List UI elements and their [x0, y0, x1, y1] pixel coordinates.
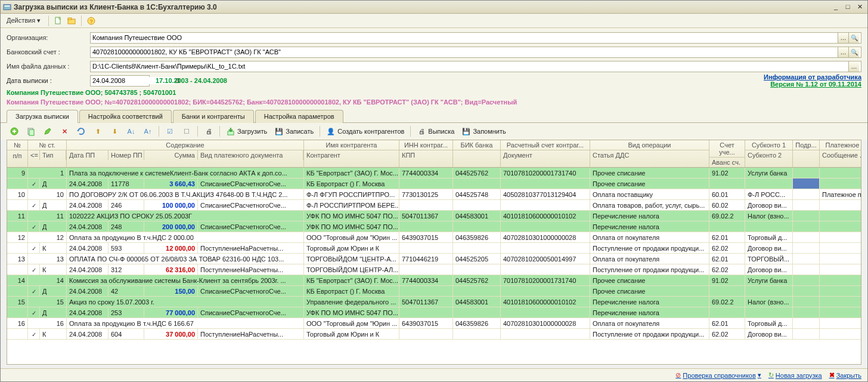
dev-info-link[interactable]: Информация от разработчика: [764, 73, 861, 81]
up-button[interactable]: ⬆: [90, 125, 106, 138]
uncheck-all-button[interactable]: ☐: [179, 125, 194, 138]
org-label: Организация:: [7, 34, 90, 41]
close-button[interactable]: ✕: [854, 3, 865, 11]
menubar: Действия ▾ ?: [1, 14, 867, 28]
grid-toolbar: ✕ ⬆ ⬇ A↓ A↑ ☑ ☐ 🖨 Загрузить 💾Записать 👤С…: [1, 123, 867, 140]
new-icon[interactable]: [53, 16, 64, 26]
edit-button[interactable]: [40, 125, 55, 138]
table-row[interactable]: К24.04.200859312 000,00ПоступлениеНаРасч…: [7, 243, 861, 254]
app-icon: [3, 3, 11, 11]
date-range: 17.10.2003 - 24.04.2008: [156, 77, 227, 84]
sort-desc-button[interactable]: A↑: [140, 125, 156, 138]
table-row[interactable]: К24.04.200831262 316,00ПоступлениеНаРасч…: [7, 264, 861, 275]
grid-header: №п/п № ст.<=Тип Содержание Дата ПП Номер…: [7, 140, 861, 168]
table-row[interactable]: 11111020222 АКЦИЗ ПО СРОКУ 25.05.2003ГУФ…: [7, 211, 861, 221]
copy-button[interactable]: [23, 125, 39, 138]
account-field[interactable]: …🔍: [90, 47, 861, 58]
new-load-button[interactable]: ↻Новая загрузка: [768, 371, 822, 379]
ellipsis-icon[interactable]: …: [838, 33, 848, 43]
table-row[interactable]: 1616Оплата за продукцию В т.ч.НДС 6 166.…: [7, 318, 861, 329]
account-info-line: Компания Путешествие ООО; №=407028100000…: [1, 97, 867, 109]
table-row[interactable]: 1313ОПЛАТА ПО СЧ-Ф 000065 ОТ 26/08/03 ЗА…: [7, 254, 861, 264]
tab-banks[interactable]: Банки и контрагенты: [173, 110, 254, 123]
tabs: Загрузка выписки Настройка соответствий …: [1, 109, 867, 123]
check-dict-button[interactable]: ⊘Проверка справочников ▾: [675, 371, 761, 379]
version-link[interactable]: Версия № 1.12 от 09.11.2014: [770, 81, 861, 88]
create-contragent-button[interactable]: 👤Создать контрагентов: [323, 125, 407, 138]
table-row[interactable]: 1010ПО ДОГОВОРУ 2/К ОТ 06.06.2003 В Т.Ч.…: [7, 189, 861, 200]
table-row[interactable]: 1414Комиссия за обслуживание системы Бан…: [7, 275, 861, 286]
table-row[interactable]: Д24.04.200825377 000,00СписаниеСРасчетно…: [7, 307, 861, 318]
account-label: Банковский счет :: [7, 48, 90, 56]
down-button[interactable]: ⬇: [107, 125, 122, 138]
check-all-button[interactable]: ☑: [162, 125, 178, 138]
table-row[interactable]: Д24.04.2008246100 000,00СписаниеСРасчетн…: [7, 200, 861, 211]
dev-links: Информация от разработчика Версия № 1.12…: [764, 73, 861, 88]
grid: №п/п № ст.<=Тип Содержание Дата ПП Номер…: [7, 140, 861, 365]
svg-text:?: ?: [90, 19, 93, 24]
svg-rect-4: [68, 18, 72, 20]
close-form-button[interactable]: ✖Закрыть: [829, 371, 861, 379]
table-row[interactable]: 1212Оплата за продукцию В т.ч.НДС 2 000.…: [7, 232, 861, 243]
statusbar: ⊘Проверка справочников ▾ ↻Новая загрузка…: [1, 368, 867, 381]
form-area: Организация: …🔍 Банковский счет : …🔍 Имя…: [1, 28, 867, 88]
minimize-button[interactable]: _: [830, 3, 841, 11]
tab-params[interactable]: Настройка параметров: [255, 110, 343, 123]
tab-load[interactable]: Загрузка выписки: [7, 110, 78, 123]
table-row[interactable]: К24.04.200860437 000,00ПоступлениеНаРасч…: [7, 329, 861, 340]
svg-rect-0: [4, 4, 11, 10]
window-title: Загрузка выписки из Клиент-Банка в 1С:Бу…: [14, 3, 829, 11]
statement-button[interactable]: 🖨Выписка: [414, 125, 457, 138]
help-icon[interactable]: ?: [86, 16, 97, 26]
add-button[interactable]: [7, 125, 22, 138]
save-button[interactable]: 💾Записать: [271, 125, 317, 138]
date-field[interactable]: 🗓: [90, 75, 150, 87]
svg-rect-2: [55, 17, 60, 24]
table-row[interactable]: 91Плата за подключение к системеКлиент-Б…: [7, 168, 861, 178]
grid-body[interactable]: 91Плата за подключение к системеКлиент-Б…: [7, 168, 861, 364]
maximize-button[interactable]: □: [842, 3, 853, 11]
delete-button[interactable]: ✕: [57, 125, 72, 138]
date-label: Дата выписки :: [7, 77, 90, 84]
actions-menu[interactable]: Действия ▾: [3, 16, 44, 26]
load-button[interactable]: Загрузить: [223, 125, 270, 138]
table-row[interactable]: Д24.04.2008248200 000,00СписаниеСРасчетн…: [7, 221, 861, 232]
titlebar: Загрузка выписки из Клиент-Банка в 1С:Бу…: [1, 1, 867, 14]
table-row[interactable]: 1515Акциз по сроку 15.07.2003 г.Управлен…: [7, 297, 861, 307]
open-icon[interactable]: [66, 16, 77, 26]
org-field[interactable]: …🔍: [90, 32, 861, 44]
refresh-button[interactable]: [73, 125, 89, 138]
sort-asc-button[interactable]: A↓: [123, 125, 139, 138]
ellipsis-icon[interactable]: …: [848, 61, 859, 72]
remember-button[interactable]: 💾Запомнить: [458, 125, 509, 138]
file-field[interactable]: …: [90, 61, 861, 72]
table-row[interactable]: Д24.04.200842150,00СписаниеСРасчетногоСч…: [7, 286, 861, 297]
table-row[interactable]: Д24.04.2008117783 660,43СписаниеСРасчетн…: [7, 178, 861, 189]
svg-rect-1: [5, 5, 10, 7]
search-icon[interactable]: 🔍: [848, 33, 859, 43]
file-label: Имя файла данных :: [7, 63, 90, 70]
svg-rect-9: [29, 130, 34, 135]
print-button[interactable]: 🖨: [201, 125, 216, 138]
tab-mapping[interactable]: Настройка соответствий: [79, 110, 172, 123]
org-info-line: Компания Путешествие ООО; 504743785 ; 50…: [1, 88, 867, 97]
ellipsis-icon[interactable]: …: [838, 47, 848, 57]
search-icon[interactable]: 🔍: [848, 47, 859, 57]
